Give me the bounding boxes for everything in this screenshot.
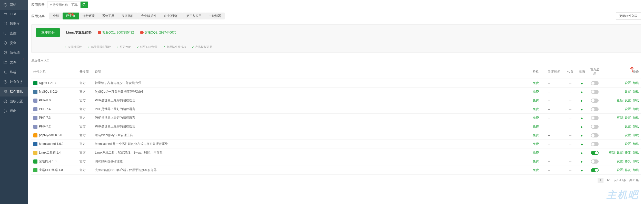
- action-link[interactable]: 修复: [625, 151, 631, 154]
- action-link[interactable]: 更新: [617, 99, 623, 102]
- home-toggle[interactable]: [591, 99, 599, 103]
- play-icon[interactable]: ▶: [581, 99, 583, 102]
- sidebar-item-firewall[interactable]: 防火墙: [0, 48, 28, 58]
- category-tab[interactable]: 宝塔插件: [118, 13, 137, 19]
- action-link[interactable]: 卸载: [633, 125, 639, 128]
- home-toggle[interactable]: [591, 107, 599, 111]
- app-name-link[interactable]: Linux工具箱 1.4: [39, 151, 61, 154]
- action-link[interactable]: 设置: [617, 168, 623, 172]
- action-link[interactable]: 设置: [625, 133, 631, 137]
- app-icon: [33, 81, 37, 85]
- home-toggle[interactable]: [591, 151, 599, 155]
- home-toggle[interactable]: [591, 159, 599, 164]
- action-link[interactable]: 卸载: [633, 116, 639, 120]
- sidebar-item-terminal[interactable]: 终端: [0, 67, 28, 77]
- action-link[interactable]: 设置: [625, 107, 631, 111]
- action-link[interactable]: 修复: [625, 168, 631, 172]
- app-name-link[interactable]: PHP-7.4: [39, 107, 51, 111]
- category-tab[interactable]: 已安装: [63, 13, 79, 19]
- play-icon[interactable]: ▶: [581, 143, 583, 146]
- app-icon: [33, 159, 37, 164]
- home-toggle[interactable]: [591, 116, 599, 120]
- action-link[interactable]: 设置: [625, 142, 631, 146]
- action-link[interactable]: 卸载: [633, 168, 639, 172]
- sidebar-item-exit[interactable]: 退出: [0, 106, 28, 116]
- sidebar-item-label: 安全: [10, 41, 16, 45]
- app-name-link[interactable]: phpMyAdmin 5.0: [39, 133, 62, 137]
- play-icon[interactable]: ▶: [581, 134, 583, 137]
- action-link[interactable]: 设置: [625, 125, 631, 128]
- action-link[interactable]: 设置: [625, 90, 631, 93]
- app-name-link[interactable]: PHP-7.2: [39, 125, 51, 128]
- exit-icon: [4, 109, 7, 113]
- app-name-link[interactable]: Memcached 1.6.9: [39, 142, 63, 146]
- action-link[interactable]: 设置: [625, 116, 631, 120]
- play-icon[interactable]: ▶: [581, 108, 583, 111]
- refresh-software-button[interactable]: 更新软件列表: [616, 12, 641, 20]
- qq-contact-1[interactable]: 客服QQ1: 3007255432: [98, 30, 134, 35]
- page-current[interactable]: 1: [598, 178, 603, 183]
- store-icon: [4, 90, 7, 93]
- sidebar-item-monitor[interactable]: 监控: [0, 28, 28, 38]
- app-name-link[interactable]: PHP-7.3: [39, 116, 51, 120]
- home-toggle[interactable]: [591, 168, 599, 172]
- search-box: [47, 2, 88, 8]
- sidebar-item-folder[interactable]: 文件: [0, 58, 28, 67]
- ftp-icon: [4, 13, 7, 16]
- action-link[interactable]: 卸载: [633, 159, 639, 163]
- search-button[interactable]: [81, 2, 88, 8]
- action-link[interactable]: 卸载: [633, 99, 639, 102]
- category-tab[interactable]: 系统工具: [98, 13, 118, 19]
- play-icon[interactable]: ▶: [581, 152, 583, 154]
- app-name-link[interactable]: MySQL 8.0.24: [39, 90, 58, 93]
- action-link[interactable]: 卸载: [633, 107, 639, 111]
- app-name-link[interactable]: 宝塔SSH终端 1.0: [39, 168, 63, 172]
- app-name-link[interactable]: 宝塔跑分 1.3: [39, 159, 56, 163]
- search-input[interactable]: [47, 2, 81, 8]
- sidebar-item-shield[interactable]: 安全: [0, 38, 28, 48]
- action-link[interactable]: 设置: [625, 99, 631, 102]
- action-link[interactable]: 设置: [617, 159, 623, 163]
- sidebar-item-globe[interactable]: 网站: [0, 0, 28, 10]
- qq-contact-2[interactable]: 客服QQ2: 2927440070: [140, 30, 176, 35]
- sidebar-item-ftp[interactable]: FTP: [0, 10, 28, 19]
- action-link[interactable]: 卸载: [633, 142, 639, 146]
- play-icon[interactable]: ▶: [581, 117, 583, 120]
- category-tab[interactable]: 运行环境: [79, 13, 98, 19]
- home-toggle[interactable]: [591, 81, 599, 85]
- action-link[interactable]: 卸载: [633, 81, 639, 85]
- action-link[interactable]: 修复: [625, 159, 631, 163]
- category-tab[interactable]: 第三方应用: [183, 13, 205, 19]
- action-link[interactable]: 设置: [617, 151, 623, 154]
- buy-now-button[interactable]: 立即购买: [36, 28, 60, 37]
- play-icon[interactable]: ▶: [581, 91, 583, 93]
- play-icon[interactable]: ▶: [581, 82, 583, 85]
- sidebar-item-panel[interactable]: 面板设置: [0, 96, 28, 106]
- home-toggle[interactable]: [591, 90, 599, 94]
- sidebar-item-label: 网站: [10, 3, 16, 7]
- home-toggle[interactable]: [591, 125, 599, 129]
- action-link[interactable]: 更新: [609, 151, 615, 154]
- play-icon[interactable]: ▶: [581, 160, 583, 163]
- category-tab[interactable]: 企业版插件: [160, 13, 183, 19]
- action-link[interactable]: 设置: [625, 81, 631, 85]
- search-row: 应用搜索: [31, 0, 641, 10]
- action-link[interactable]: 更新: [617, 116, 623, 120]
- cell-desc: 完整功能的SSH客户端，仅用于连接本服务器: [93, 166, 531, 175]
- sidebar-item-store[interactable]: 软件商店: [0, 87, 28, 96]
- app-name-link[interactable]: Nginx 1.21.4: [39, 81, 56, 85]
- play-icon[interactable]: ▶: [581, 125, 583, 128]
- cell-dev: 官方: [77, 105, 93, 114]
- home-toggle[interactable]: [591, 133, 599, 137]
- sidebar-item-db[interactable]: 数据库: [0, 19, 28, 28]
- action-link[interactable]: 卸载: [633, 151, 639, 154]
- home-toggle[interactable]: [591, 142, 599, 146]
- action-link[interactable]: 卸载: [633, 133, 639, 137]
- app-name-link[interactable]: PHP-8.0: [39, 99, 51, 102]
- action-link[interactable]: 卸载: [633, 90, 639, 93]
- sidebar-item-task[interactable]: 计划任务: [0, 77, 28, 87]
- category-tab[interactable]: 全部: [49, 13, 63, 19]
- category-tab[interactable]: 专业版插件: [137, 13, 160, 19]
- play-icon[interactable]: ▶: [581, 169, 583, 172]
- category-tab[interactable]: 一键部署: [205, 13, 225, 19]
